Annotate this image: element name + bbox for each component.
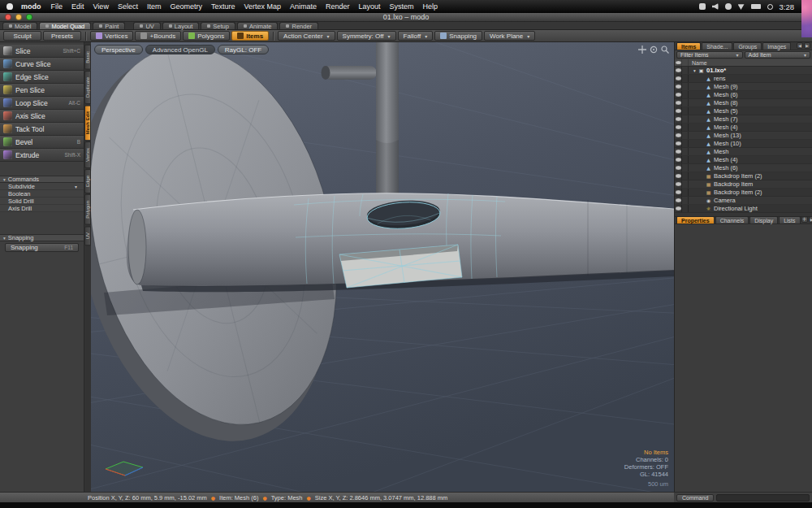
tool-curve-slice[interactable]: Curve Slice	[0, 58, 84, 71]
work-plane-dropdown[interactable]: Work Plane ▾	[484, 31, 535, 41]
volume-icon[interactable]	[712, 3, 719, 10]
sculpt-button[interactable]: Sculpt	[3, 31, 41, 41]
panel-tab-shade[interactable]: Shade...	[702, 42, 732, 50]
add-item-dropdown[interactable]: Add Item ▾	[745, 51, 811, 59]
mode-bounds[interactable]: +Bounds	[135, 31, 181, 41]
raygl-button[interactable]: RayGL: OFF	[218, 45, 269, 54]
item-row-directional-light[interactable]: ☼Directional Light	[675, 205, 812, 213]
item-row-backdrop-item-2[interactable]: ▦Backdrop Item (2)	[675, 189, 812, 197]
view-type-button[interactable]: Perspective	[94, 45, 143, 54]
panel-tab-groups[interactable]: Groups	[733, 42, 762, 50]
menu-geometry[interactable]: Geometry	[170, 2, 202, 11]
spotlight-icon[interactable]	[767, 4, 773, 10]
panel-tab-channels[interactable]: Channels	[715, 216, 749, 224]
category-tab-basic[interactable]: Basic	[84, 45, 91, 70]
layout-tab-render[interactable]: Render	[279, 22, 318, 29]
snapping-section-header[interactable]: ▾ Snapping	[0, 234, 84, 241]
apple-menu-icon[interactable]	[6, 3, 13, 10]
eye-icon[interactable]	[676, 198, 681, 202]
minimize-button[interactable]	[15, 14, 22, 20]
eye-icon[interactable]	[676, 206, 681, 211]
eye-icon[interactable]	[676, 166, 681, 170]
eye-icon[interactable]	[676, 141, 681, 145]
layout-tab-model[interactable]: Model	[2, 22, 37, 29]
menu-edit[interactable]: Edit	[71, 2, 84, 11]
mode-items[interactable]: Items	[231, 31, 269, 41]
eye-icon[interactable]	[676, 101, 681, 105]
item-row-mesh-6[interactable]: ▲Mesh (6)	[675, 164, 812, 172]
action-center-dropdown[interactable]: Action Center ▾	[278, 31, 335, 41]
tool-edge-slice[interactable]: Edge Slice	[0, 71, 84, 84]
tool-extrude[interactable]: ExtrudeShift-X	[0, 149, 84, 162]
command-input[interactable]	[716, 494, 810, 501]
zoom-icon[interactable]	[661, 46, 669, 54]
close-button[interactable]	[5, 14, 11, 20]
category-tab-duplicate[interactable]: Duplicate	[84, 71, 91, 104]
menu-help[interactable]: Help	[423, 2, 438, 11]
scroll-right-icon[interactable]: ▶	[809, 216, 812, 223]
eye-icon[interactable]	[676, 68, 681, 72]
wifi-icon[interactable]	[738, 3, 745, 10]
add-tab-icon[interactable]: +	[801, 216, 808, 223]
panel-tab-lists[interactable]: Lists	[779, 216, 800, 224]
menu-vertex-map[interactable]: Vertex Map	[244, 2, 281, 11]
panel-tab-images[interactable]: Images	[762, 42, 791, 50]
item-row-backdrop-item[interactable]: ▦Backdrop Item	[675, 180, 812, 189]
layout-tab-layout[interactable]: Layout	[162, 22, 200, 29]
tool-tack-tool[interactable]: Tack Tool	[0, 123, 84, 136]
menu-file[interactable]: File	[51, 2, 63, 11]
eye-icon[interactable]	[676, 109, 681, 113]
panel-tab-display[interactable]: Display	[749, 216, 778, 224]
category-tab-polygon[interactable]: Polygon	[84, 194, 91, 225]
eye-icon[interactable]	[676, 117, 681, 121]
eye-icon[interactable]	[676, 174, 681, 178]
menu-layout[interactable]: Layout	[359, 2, 381, 11]
layout-tab-animate[interactable]: Animate	[237, 22, 279, 29]
eye-icon[interactable]	[676, 150, 681, 154]
tool-axis-slice[interactable]: Axis Slice	[0, 110, 84, 123]
item-row-mesh-7[interactable]: ▲Mesh (7)	[675, 115, 812, 124]
menu-animate[interactable]: Animate	[290, 2, 317, 11]
menu-view[interactable]: View	[93, 2, 109, 11]
display-icon[interactable]	[699, 3, 706, 10]
snapping-button[interactable]: Snapping F11	[5, 243, 79, 252]
item-row-mesh-8[interactable]: ▲Mesh (8)	[675, 99, 812, 107]
presets-button[interactable]: Presets	[43, 31, 81, 41]
name-column-header[interactable]: Name	[689, 60, 707, 66]
item-row-mesh[interactable]: ▲Mesh	[675, 148, 812, 156]
mode-polygons[interactable]: Polygons	[183, 31, 230, 41]
item-row-01-lxo[interactable]: ▾▣01.lxo*	[675, 67, 812, 75]
eye-icon[interactable]	[676, 76, 681, 80]
layout-tab-uv[interactable]: UV	[133, 22, 160, 29]
category-tab-edge[interactable]: Edge	[84, 169, 91, 193]
menu-item[interactable]: Item	[147, 2, 162, 11]
menu-texture[interactable]: Texture	[211, 2, 235, 11]
tool-slice[interactable]: SliceShift+C	[0, 45, 84, 58]
eye-icon[interactable]	[676, 190, 681, 194]
snapping-toggle[interactable]: Snapping	[434, 31, 482, 41]
falloff-dropdown[interactable]: Falloff ▾	[398, 31, 434, 41]
zoom-button[interactable]	[26, 14, 32, 20]
window-titlebar[interactable]: 01.lxo – modo	[0, 13, 812, 22]
tool-loop-slice[interactable]: Loop SliceAlt-C	[0, 97, 84, 110]
item-row-mesh-5[interactable]: ▲Mesh (5)	[675, 107, 812, 115]
menubar-clock[interactable]: 3:28	[780, 2, 795, 11]
layout-tab-model-quad[interactable]: Model Quad	[39, 22, 91, 29]
tool-bevel[interactable]: BevelB	[0, 136, 84, 149]
menu-render[interactable]: Render	[326, 2, 350, 11]
layout-tab-setup[interactable]: Setup	[201, 22, 235, 29]
mode-vertices[interactable]: Vertices	[90, 31, 133, 41]
scroll-left-icon[interactable]: ◀	[797, 42, 803, 49]
item-row-camera[interactable]: ◉Camera	[675, 197, 812, 205]
bluetooth-icon[interactable]	[725, 3, 732, 10]
item-row-mesh-4[interactable]: ▲Mesh (4)	[675, 156, 812, 164]
item-row-mesh-13[interactable]: ▲Mesh (13)	[675, 132, 812, 140]
scroll-right-icon[interactable]: ▶	[804, 42, 810, 49]
category-tab-uv[interactable]: UV	[84, 226, 91, 245]
tool-pen-slice[interactable]: Pen Slice	[0, 84, 84, 97]
filter-items-dropdown[interactable]: Filter Items ▾	[676, 51, 743, 59]
menubar-app-name[interactable]: modo	[21, 2, 41, 11]
symmetry-dropdown[interactable]: Symmetry: Off ▾	[337, 31, 396, 41]
expand-icon[interactable]: ▾	[692, 68, 698, 73]
category-tab-mesh-edit[interactable]: Mesh Edit	[84, 105, 91, 141]
